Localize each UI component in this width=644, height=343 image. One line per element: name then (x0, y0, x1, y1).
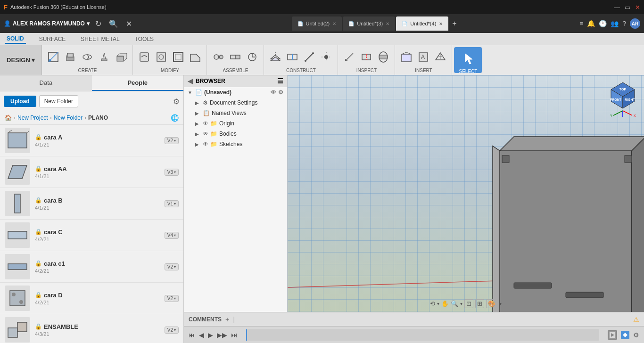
root-gear-icon[interactable]: ⚙ (278, 89, 283, 96)
version-badge[interactable]: V1 ▾ (165, 200, 179, 207)
decal-tool[interactable]: A (416, 49, 431, 65)
version-badge[interactable]: V2 ▾ (165, 327, 179, 334)
breadcrumb-folder[interactable]: New Folder (54, 114, 83, 121)
file-item[interactable]: 🔒 cara B 4/1/21 V1 ▾ (0, 188, 183, 220)
construct-label[interactable]: CONSTRUCT (286, 67, 316, 73)
select-tool[interactable] (461, 51, 476, 66)
data-tab[interactable]: Data (0, 75, 92, 91)
revolve-tool[interactable] (80, 49, 95, 65)
doc-tab-1[interactable]: 📄 Untitled(2) ✕ (292, 16, 342, 31)
close-panel-button[interactable]: ✕ (124, 17, 134, 30)
orbit-dropdown[interactable]: ▾ (437, 301, 439, 306)
box-tool[interactable] (114, 49, 129, 65)
timeline-start-button[interactable]: ⏮ (189, 331, 195, 339)
axis-tool[interactable] (302, 49, 317, 65)
animate-icon[interactable] (608, 330, 617, 340)
panel-settings-icon[interactable]: ⚙ (173, 97, 180, 106)
browser-named-views[interactable]: ▶ 📋 Named Views (184, 108, 287, 118)
search-button[interactable]: 🔍 (107, 17, 120, 30)
user-avatar[interactable]: AR (630, 18, 640, 29)
file-item[interactable]: 🔒 cara c1 4/2/21 V2 ▾ (0, 251, 183, 283)
help-button[interactable]: ? (622, 20, 626, 27)
browser-bodies[interactable]: ▶ 👁 📁 Bodies (184, 129, 287, 139)
press-tool[interactable] (137, 49, 152, 65)
shell-tool[interactable] (171, 49, 186, 65)
clock-button[interactable]: 🕐 (599, 20, 607, 27)
origin-eye-icon[interactable]: 👁 (203, 120, 208, 127)
tab-surface[interactable]: SURFACE (37, 35, 68, 43)
file-item[interactable]: 🔒 cara AA 4/1/21 V3 ▾ (0, 156, 183, 188)
file-item[interactable]: 🔒 cara D 4/2/21 V2 ▾ (0, 283, 183, 314)
browser-doc-settings[interactable]: ▶ ⚙ Document Settings (184, 98, 287, 108)
root-eye-icon[interactable]: 👁 (271, 89, 276, 96)
breadcrumb-home[interactable]: 🏠 (5, 114, 12, 121)
people-tab[interactable]: People (92, 75, 184, 91)
browser-origin[interactable]: ▶ 👁 📁 Origin (184, 118, 287, 129)
rigid-tool[interactable] (228, 49, 243, 65)
minimize-button[interactable]: — (614, 4, 620, 11)
user-menu[interactable]: 👤 ALEX RAMOS RAYMUNDO ▾ (4, 20, 90, 27)
fit-button[interactable]: ⊡ (464, 299, 473, 308)
assemble-label[interactable]: ASSEMBLE (223, 67, 248, 73)
doc-tab-3[interactable]: 📄 Untitled*(4) ✕ (396, 16, 448, 31)
design-button[interactable]: DESIGN ▾ (0, 45, 42, 75)
fillet-tool[interactable] (154, 49, 169, 65)
tab-solid[interactable]: SOLID (5, 34, 26, 44)
version-badge[interactable]: V2 ▾ (165, 263, 179, 270)
nav-cube[interactable]: TOP FRONT RIGHT X Y (606, 80, 639, 113)
chamfer-tool[interactable] (188, 49, 203, 65)
section-tool[interactable] (359, 49, 374, 65)
tab2-close[interactable]: ✕ (386, 21, 389, 26)
maximize-button[interactable]: ▭ (625, 4, 630, 11)
joint-tool[interactable] (211, 49, 226, 65)
browser-root-item[interactable]: ▼ 📄 (Unsaved) 👁 ⚙ (184, 87, 287, 98)
midplane-tool[interactable] (285, 49, 300, 65)
tab3-close[interactable]: ✕ (439, 21, 443, 26)
doc-tab-2[interactable]: 📄 Untitled*(3) ✕ (343, 16, 395, 31)
loft-tool[interactable] (97, 49, 112, 65)
viewport[interactable]: TOP FRONT RIGHT X Y (288, 75, 644, 312)
breadcrumb-project[interactable]: New Project (17, 114, 48, 121)
zebra-tool[interactable] (376, 49, 391, 65)
refresh-button[interactable]: ↻ (93, 17, 103, 30)
browser-collapse-button[interactable]: ◀ (188, 77, 193, 85)
tab-add-button[interactable]: + (449, 18, 459, 29)
canvas-tool[interactable] (399, 49, 414, 65)
visual-style-dropdown[interactable]: ▾ (499, 301, 502, 306)
pan-button[interactable]: ✋ (441, 300, 449, 307)
create-label[interactable]: CREATE (78, 67, 97, 73)
visual-style-button[interactable]: 🎨 (486, 299, 497, 308)
new-folder-button[interactable]: New Folder (39, 95, 78, 107)
tab-tools[interactable]: TOOLS (133, 35, 156, 43)
sketches-eye-icon[interactable]: 👁 (203, 141, 208, 147)
version-badge[interactable]: V3 ▾ (165, 169, 179, 176)
sketch-tool[interactable] (46, 49, 61, 65)
timeline-end-button[interactable]: ⏭ (231, 331, 238, 339)
file-item[interactable]: 🔒 ENSAMBLE 4/3/21 V2 ▾ (0, 314, 183, 343)
titlebar-controls[interactable]: — ▭ ✕ (614, 4, 640, 11)
bodies-eye-icon[interactable]: 👁 (203, 131, 208, 137)
zoom-dropdown[interactable]: ▾ (460, 301, 462, 306)
display-mode-button[interactable]: ⊞ (475, 299, 484, 308)
upload-button[interactable]: Upload (4, 96, 36, 107)
zoom-button[interactable]: 🔍 (451, 300, 458, 307)
timeline-track[interactable] (246, 329, 599, 341)
orbit-button[interactable]: ⟲ (430, 300, 435, 307)
share-button[interactable]: 👥 (611, 20, 619, 27)
notifications-button[interactable]: 🔔 (587, 20, 595, 27)
insert-label[interactable]: INSERT (415, 67, 432, 73)
keyframe-icon[interactable] (621, 331, 629, 339)
file-item[interactable]: 🔒 cara A 4/1/21 V2 ▾ (0, 125, 183, 156)
measure-tool[interactable] (342, 49, 357, 65)
version-badge[interactable]: V2 ▾ (165, 295, 179, 302)
modify-label[interactable]: MODIFY (161, 67, 179, 73)
offset-plane-tool[interactable] (268, 49, 283, 65)
browser-menu-icon[interactable]: ☰ (277, 77, 283, 85)
tab-list-button[interactable]: ≡ (579, 20, 583, 27)
file-item[interactable]: 🔒 cara C 4/2/21 V4 ▾ (0, 220, 183, 251)
version-badge[interactable]: V4 ▾ (165, 232, 179, 239)
select-label[interactable]: SELECT (459, 68, 478, 74)
timeline-prev-button[interactable]: ◀ (199, 331, 204, 339)
version-badge[interactable]: V2 ▾ (165, 137, 179, 144)
globe-icon[interactable]: 🌐 (171, 114, 179, 122)
